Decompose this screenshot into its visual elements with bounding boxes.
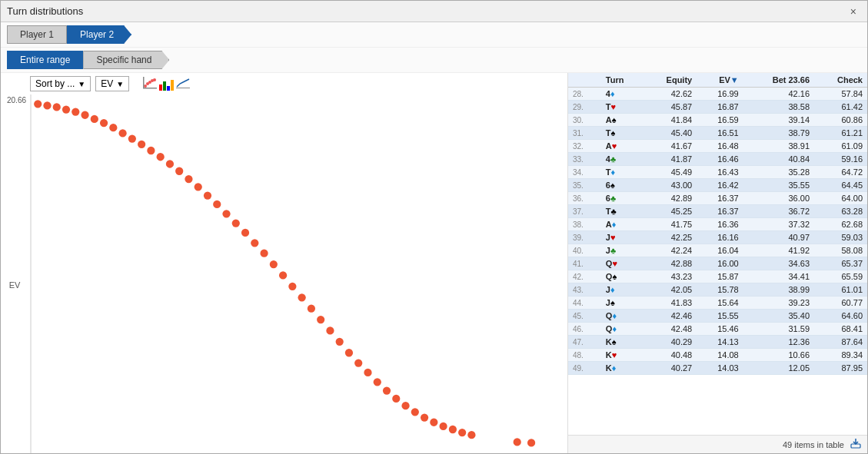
- table-row: 34.T♦45.4916.4335.2864.72: [568, 166, 867, 179]
- svg-point-57: [467, 431, 475, 439]
- sort-dropdown[interactable]: Sort by ... ▼: [30, 76, 91, 91]
- main-window: Turn distributions × Player 1 Player 2 E…: [0, 0, 868, 454]
- svg-point-59: [527, 439, 535, 446]
- svg-point-58: [514, 438, 521, 446]
- svg-point-50: [401, 402, 409, 409]
- svg-point-18: [100, 119, 108, 127]
- svg-point-30: [213, 200, 221, 208]
- svg-rect-8: [30, 94, 564, 453]
- svg-point-47: [374, 378, 381, 386]
- svg-point-25: [166, 160, 174, 167]
- svg-point-0: [144, 85, 147, 88]
- player1-button[interactable]: Player 1: [7, 25, 67, 44]
- svg-rect-5: [143, 88, 157, 89]
- svg-point-36: [270, 260, 278, 268]
- svg-point-31: [222, 210, 230, 217]
- table-row: 36.6♣42.8916.3736.0064.00: [568, 192, 867, 205]
- svg-point-46: [364, 369, 371, 376]
- col-check[interactable]: Check: [814, 73, 867, 88]
- table-row: 44.J♠41.8315.6439.2360.77: [568, 297, 867, 310]
- svg-point-41: [317, 316, 324, 323]
- col-equity[interactable]: Equity: [643, 73, 697, 88]
- svg-point-21: [128, 134, 136, 142]
- svg-point-45: [354, 359, 362, 366]
- line-chart-icon[interactable]: [176, 77, 190, 91]
- table-row: 46.Q♦42.4815.4631.5968.41: [568, 323, 867, 336]
- svg-point-23: [147, 147, 155, 154]
- table-row: 30.A♠41.8416.5939.1460.86: [568, 114, 867, 127]
- specific-hand-button[interactable]: Specific hand: [83, 51, 169, 69]
- svg-rect-7: [176, 88, 190, 88]
- table-row: 48.K♥40.4814.0810.6689.34: [568, 349, 867, 362]
- svg-point-34: [251, 239, 258, 247]
- svg-point-42: [326, 326, 334, 334]
- svg-rect-6: [143, 77, 145, 88]
- svg-point-52: [421, 413, 428, 421]
- svg-point-33: [241, 229, 249, 237]
- svg-point-14: [62, 105, 70, 113]
- table-row: 45.Q♦42.4615.5535.4064.60: [568, 310, 867, 323]
- chart-svg: [30, 94, 564, 453]
- svg-point-27: [185, 175, 192, 183]
- table-scroll[interactable]: Turn Equity EV▼ Bet 23.66 Check 28.4♦42.…: [568, 73, 867, 435]
- table-row: 37.T♣45.2516.3736.7263.28: [568, 205, 867, 218]
- svg-point-49: [392, 395, 400, 403]
- svg-point-54: [439, 423, 447, 430]
- svg-point-22: [138, 141, 145, 148]
- svg-point-28: [195, 183, 202, 191]
- svg-point-17: [91, 115, 98, 123]
- table-row: 47.K♠40.2914.1312.3687.64: [568, 336, 867, 349]
- svg-point-32: [232, 219, 240, 227]
- svg-point-56: [458, 429, 466, 436]
- svg-point-15: [72, 108, 79, 115]
- svg-point-26: [175, 167, 183, 175]
- window-title: Turn distributions: [7, 5, 83, 17]
- svg-point-38: [288, 283, 296, 290]
- svg-point-4: [153, 78, 156, 81]
- data-table-area: Turn Equity EV▼ Bet 23.66 Check 28.4♦42.…: [567, 73, 867, 453]
- close-button[interactable]: ×: [846, 4, 861, 19]
- col-ev[interactable]: EV▼: [697, 73, 743, 88]
- entire-range-button[interactable]: Entire range: [7, 51, 83, 69]
- svg-point-39: [298, 293, 306, 301]
- svg-point-13: [53, 103, 61, 111]
- table-row: 42.Q♠43.2315.8734.4165.59: [568, 270, 867, 283]
- svg-point-44: [345, 349, 353, 356]
- svg-point-43: [336, 338, 344, 346]
- svg-point-24: [157, 153, 165, 161]
- svg-point-40: [308, 305, 315, 313]
- sort-chevron-icon: ▼: [78, 80, 85, 88]
- col-turn[interactable]: Turn: [601, 73, 644, 88]
- table-footer: 49 items in table: [568, 435, 867, 453]
- table-row: 43.J♦42.0515.7838.9961.01: [568, 283, 867, 297]
- col-bet[interactable]: Bet 23.66: [743, 73, 814, 88]
- svg-point-37: [279, 271, 287, 279]
- y-top-value: 20.66: [7, 96, 26, 104]
- svg-point-53: [430, 419, 437, 426]
- player2-button[interactable]: Player 2: [67, 25, 131, 44]
- table-row: 28.4♦42.6216.9942.1657.84: [568, 88, 867, 101]
- bar-chart-icon[interactable]: [159, 78, 174, 91]
- svg-point-16: [81, 111, 88, 119]
- table-row: 49.K♦40.2714.0312.0587.95: [568, 362, 867, 375]
- svg-point-48: [383, 386, 391, 394]
- ev-chevron-icon: ▼: [116, 80, 124, 88]
- table-row: 38.A♦41.7516.3637.3262.68: [568, 218, 867, 231]
- svg-point-29: [204, 191, 211, 199]
- table-row: 33.4♣41.8716.4640.8459.16: [568, 153, 867, 166]
- svg-point-55: [449, 426, 457, 433]
- export-button[interactable]: [850, 438, 861, 451]
- scatter-icon[interactable]: [143, 77, 157, 91]
- col-num: [568, 73, 601, 88]
- svg-point-12: [43, 101, 51, 109]
- table-row: 40.J♣42.2416.0441.9258.08: [568, 244, 867, 257]
- svg-point-20: [118, 129, 126, 137]
- svg-point-19: [109, 124, 117, 131]
- ev-dropdown[interactable]: EV ▼: [95, 76, 129, 91]
- data-table: Turn Equity EV▼ Bet 23.66 Check 28.4♦42.…: [568, 73, 867, 375]
- table-row: 39.J♥42.2516.1640.9759.03: [568, 231, 867, 244]
- svg-point-11: [34, 100, 42, 108]
- table-row: 35.6♠43.0016.4235.5564.45: [568, 179, 867, 192]
- svg-point-35: [260, 250, 268, 257]
- table-row: 29.T♥45.8716.8738.5861.42: [568, 101, 867, 114]
